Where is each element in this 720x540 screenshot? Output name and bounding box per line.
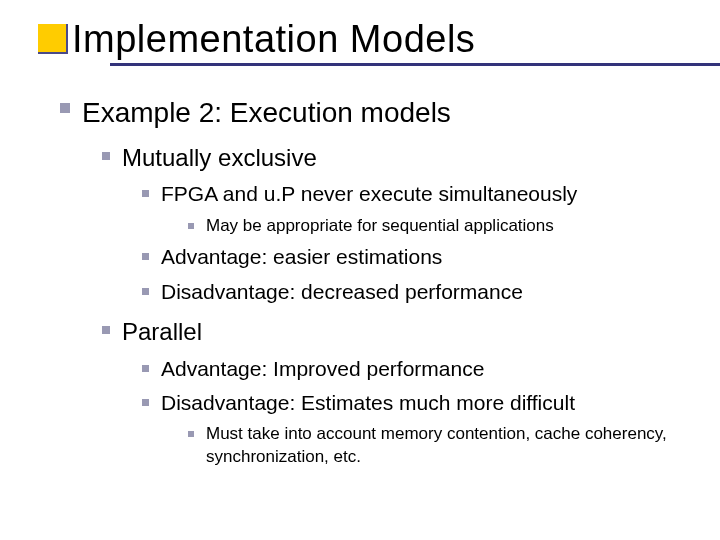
- square-bullet-icon: [142, 288, 149, 295]
- bullet-level2: Parallel: [60, 316, 690, 348]
- bullet-text: Disadvantage: decreased performance: [161, 278, 690, 306]
- bullet-text: Parallel: [122, 316, 690, 348]
- title-underline: [110, 63, 720, 66]
- bullet-text: Example 2: Execution models: [82, 94, 690, 132]
- bullet-level3: Disadvantage: decreased performance: [60, 278, 690, 306]
- bullet-text: Must take into account memory contention…: [206, 423, 690, 469]
- bullet-level4: May be appropriate for sequential applic…: [60, 215, 690, 238]
- bullet-level3: Disadvantage: Estimates much more diffic…: [60, 389, 690, 417]
- title-ornament: [38, 24, 68, 54]
- bullet-text: Disadvantage: Estimates much more diffic…: [161, 389, 690, 417]
- bullet-level2: Mutually exclusive: [60, 142, 690, 174]
- square-bullet-icon: [142, 365, 149, 372]
- square-bullet-icon: [102, 152, 110, 160]
- bullet-level3: Advantage: Improved performance: [60, 355, 690, 383]
- bullet-text: May be appropriate for sequential applic…: [206, 215, 690, 238]
- bullet-text: Advantage: Improved performance: [161, 355, 690, 383]
- square-bullet-icon: [102, 326, 110, 334]
- bullet-level1: Example 2: Execution models: [60, 94, 690, 132]
- square-bullet-icon: [142, 190, 149, 197]
- square-bullet-icon: [188, 431, 194, 437]
- slide-title: Implementation Models: [72, 18, 720, 61]
- bullet-level4: Must take into account memory contention…: [60, 423, 690, 469]
- square-bullet-icon: [142, 253, 149, 260]
- bullet-text: Advantage: easier estimations: [161, 243, 690, 271]
- square-bullet-icon: [60, 103, 70, 113]
- bullet-level3: Advantage: easier estimations: [60, 243, 690, 271]
- bullet-level3: FPGA and u.P never execute simultaneousl…: [60, 180, 690, 208]
- bullet-text: Mutually exclusive: [122, 142, 690, 174]
- title-area: Implementation Models: [0, 0, 720, 66]
- square-bullet-icon: [142, 399, 149, 406]
- square-bullet-icon: [188, 223, 194, 229]
- slide-body: Example 2: Execution models Mutually exc…: [0, 66, 720, 469]
- bullet-text: FPGA and u.P never execute simultaneousl…: [161, 180, 690, 208]
